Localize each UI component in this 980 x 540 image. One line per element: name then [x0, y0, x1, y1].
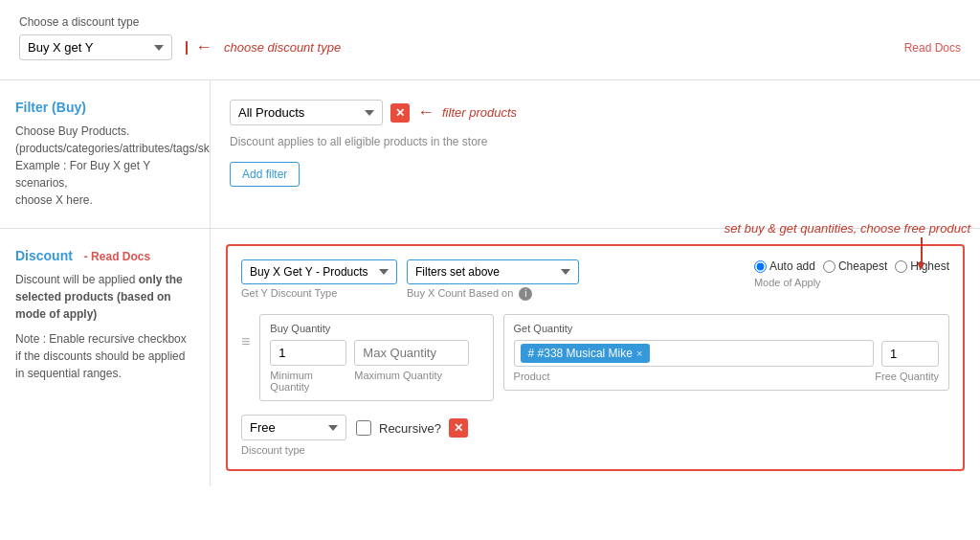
set-buy-annotation: set buy & get quantities, choose free pr…	[724, 221, 970, 264]
products-select[interactable]: All Products	[230, 100, 383, 125]
filter-section: Filter (Buy) Choose Buy Products. (produ…	[0, 80, 980, 229]
product-tag-close[interactable]: ×	[636, 348, 642, 359]
get-qty-title: Get Quantity	[514, 323, 939, 334]
top-section: Choose a discount type Buy X get Y ← cho…	[0, 0, 980, 80]
buy-x-select[interactable]: Buy X Get Y - Products	[241, 259, 397, 284]
discount-bottom-row: Free Discount type Recursive? ✕	[241, 415, 949, 456]
discount-type-group: Free Discount type	[241, 415, 346, 456]
drag-handle[interactable]: ≡	[241, 314, 250, 350]
buy-x-count-label: Buy X Count Based on i	[407, 287, 579, 301]
discount-type-select[interactable]: Buy X get Y	[19, 34, 172, 60]
filter-description-block: Choose Buy Products. (products/categorie…	[15, 123, 194, 209]
read-docs-link-top[interactable]: Read Docs	[904, 41, 961, 55]
arrow-indicator: ←	[184, 37, 212, 57]
free-select[interactable]: Free	[241, 415, 346, 440]
filter-annotation-text: filter products	[442, 105, 517, 120]
discount-type-sub-label: Discount type	[241, 444, 346, 456]
page-wrapper: Choose a discount type Buy X get Y ← cho…	[0, 0, 980, 540]
clear-filter-button[interactable]: ✕	[390, 103, 410, 123]
filter-left: Filter (Buy) Choose Buy Products. (produ…	[0, 80, 211, 228]
discount-right: set buy & get quantities, choose free pr…	[211, 229, 980, 486]
buy-x-select-group: Buy X Get Y - Products Get Y Discount Ty…	[241, 259, 397, 299]
filter-desc: Discount applies to all eligible product…	[230, 135, 961, 148]
get-y-label: Get Y Discount Type	[241, 287, 397, 299]
filter-title: Filter (Buy)	[15, 100, 194, 115]
top-row: Buy X get Y ← choose discount type Read …	[19, 34, 961, 60]
filter-right: All Products ✕ ← filter products Discoun…	[211, 80, 980, 228]
quantities-row: ≡ Buy Quantity Minimum Quantity Maximum …	[241, 314, 949, 401]
max-qty-input[interactable]	[354, 340, 469, 366]
sections-wrapper: Filter (Buy) Choose Buy Products. (produ…	[0, 80, 980, 486]
product-tag[interactable]: # #338 Musical Mike ×	[521, 344, 651, 363]
discount-box: Buy X Get Y - Products Get Y Discount Ty…	[226, 244, 965, 471]
buy-qty-sub-labels: Minimum Quantity Maximum Quantity	[270, 370, 482, 393]
get-sub-labels: Product Free Quantity	[514, 371, 939, 382]
recursive-label: Recursive?	[379, 421, 441, 436]
discount-left: Discount - Read Docs Discount will be ap…	[0, 229, 211, 486]
filter-row: All Products ✕ ← filter products	[230, 100, 961, 125]
recursive-group: Recursive? ✕	[356, 415, 468, 438]
discount-title: Discount - Read Docs	[15, 248, 194, 263]
choose-discount-annotation: choose discount type	[224, 40, 341, 55]
get-qty-fields: # #338 Musical Mike ×	[514, 340, 939, 367]
recursive-clear-button[interactable]: ✕	[449, 418, 468, 438]
get-qty-group: Get Quantity # #338 Musical Mike ×	[503, 314, 949, 391]
info-icon[interactable]: i	[519, 287, 532, 301]
discount-desc1: Discount will be applied only the select…	[15, 271, 194, 323]
buy-qty-group: Buy Quantity Minimum Quantity Maximum Qu…	[259, 314, 493, 401]
discount-desc2: Note : Enable recursive checkbox if the …	[15, 330, 194, 382]
mode-label: Mode of Apply	[754, 277, 949, 288]
recursive-checkbox[interactable]	[356, 420, 371, 436]
discount-type-label: Choose a discount type	[19, 15, 961, 29]
product-field-area: # #338 Musical Mike ×	[514, 340, 874, 367]
filters-select[interactable]: Filters set above	[407, 259, 579, 284]
read-docs-link-discount[interactable]: - Read Docs	[84, 250, 150, 263]
discount-section: Discount - Read Docs Discount will be ap…	[0, 229, 980, 486]
add-filter-button[interactable]: Add filter	[230, 162, 300, 187]
filters-select-group: Filters set above Buy X Count Based on i	[407, 259, 579, 301]
buy-qty-fields	[270, 340, 482, 366]
discount-top-row: Buy X Get Y - Products Get Y Discount Ty…	[241, 259, 949, 301]
min-qty-input[interactable]	[270, 340, 346, 366]
buy-qty-title: Buy Quantity	[270, 323, 482, 334]
arrow-filter: ←	[417, 102, 434, 123]
free-qty-input[interactable]	[881, 341, 939, 367]
